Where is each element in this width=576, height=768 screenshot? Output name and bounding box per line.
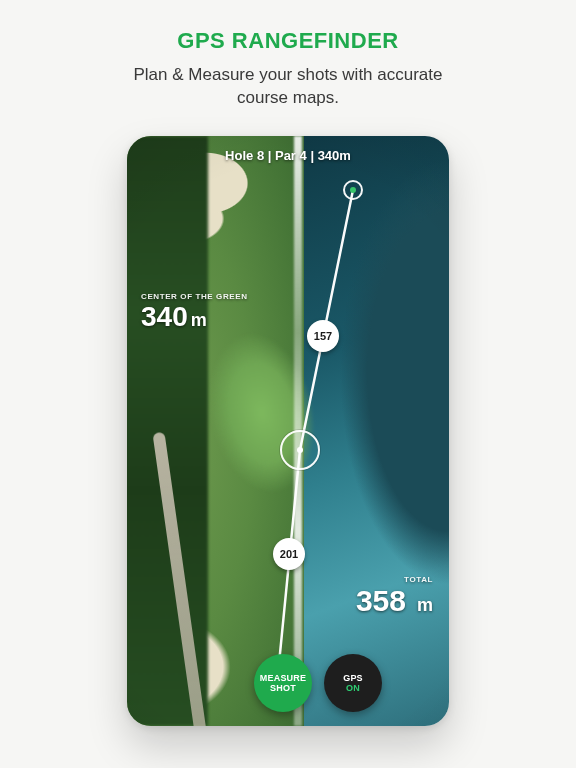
page-title: GPS RANGEFINDER (177, 28, 398, 54)
distance-marker-front[interactable]: 157 (307, 320, 339, 352)
subtitle-line-2: course maps. (237, 88, 339, 107)
subtitle-line-1: Plan & Measure your shots with accurate (134, 65, 443, 84)
device-frame: Hole 8 | Par 4 | 340m CENTER OF THE GREE… (127, 136, 449, 726)
bottom-buttons: MEASURE SHOT GPS ON (127, 654, 449, 712)
aim-point-handle[interactable] (280, 430, 320, 470)
distance-marker-back[interactable]: 201 (273, 538, 305, 570)
pin-target-icon[interactable] (343, 180, 363, 200)
page-subtitle: Plan & Measure your shots with accurate … (134, 64, 443, 110)
measure-shot-button[interactable]: MEASURE SHOT (254, 654, 312, 712)
gps-toggle-button[interactable]: GPS ON (324, 654, 382, 712)
shot-lines (127, 136, 449, 726)
